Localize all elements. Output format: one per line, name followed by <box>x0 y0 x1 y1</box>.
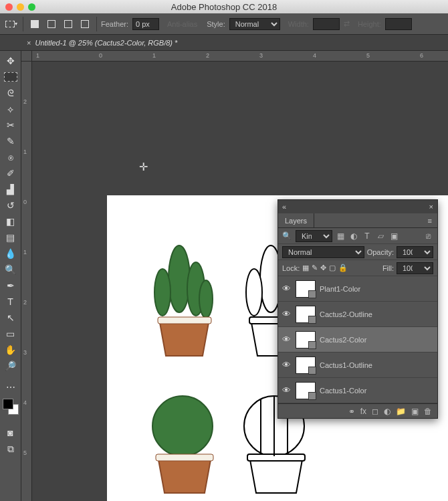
visibility-toggle[interactable]: 👁 <box>281 360 292 370</box>
gradient-tool[interactable]: ▤ <box>2 230 19 245</box>
layers-panel[interactable]: « × Layers ≡ 🔍 Kind ▦ ◐ T ▱ ▣ ⎚ Normal O… <box>277 199 438 419</box>
lock-all-icon[interactable]: 🔒 <box>338 264 348 272</box>
left-toolbar: ✥ ᘓ ⟡ ✂ ✎ ⍟ ✐ ▟ ↺ ◧ ▤ 💧 🔍 ✒ T ↖ ▭ ✋ 🔎 ⋯ … <box>0 51 21 501</box>
visibility-toggle[interactable]: 👁 <box>281 309 292 319</box>
svg-point-1 <box>154 269 171 316</box>
layer-thumbnail[interactable] <box>296 357 316 374</box>
opacity-select[interactable]: 100% <box>397 246 433 258</box>
panel-menu-icon[interactable]: ≡ <box>423 217 437 225</box>
eraser-tool[interactable]: ◧ <box>2 214 19 229</box>
clone-stamp-tool[interactable]: ▟ <box>2 182 19 197</box>
svg-rect-4 <box>158 317 211 324</box>
new-selection-icon[interactable] <box>27 17 42 31</box>
filter-kind-select[interactable]: Kind <box>296 230 332 242</box>
dodge-tool[interactable]: 🔍 <box>2 262 19 277</box>
lock-pixels-icon[interactable]: ✎ <box>312 264 318 272</box>
more-tools-icon[interactable]: ⋯ <box>2 380 19 395</box>
foreground-color[interactable] <box>3 399 13 409</box>
vertical-ruler: 2 1 0 1 2 3 4 5 6 <box>21 62 32 501</box>
document-tab[interactable]: Untitled-1 @ 25% (Cactus2-Color, RGB/8) … <box>35 39 177 47</box>
fill-label: Fill: <box>382 264 394 272</box>
layer-thumbnail[interactable] <box>296 331 316 348</box>
layer-thumbnail[interactable] <box>296 382 316 399</box>
quick-mask-icon[interactable]: ◙ <box>2 425 19 440</box>
fill-select[interactable]: 100% <box>397 262 433 274</box>
feather-label: Feather: <box>101 20 128 28</box>
width-input <box>313 18 340 30</box>
visibility-toggle[interactable]: 👁 <box>281 334 292 344</box>
brush-tool[interactable]: ✐ <box>2 166 19 181</box>
lock-label: Lock: <box>282 264 300 272</box>
layer-cactus1-color[interactable]: 👁 Cactus1-Color <box>278 378 437 403</box>
layer-cactus1-outline[interactable]: 👁 Cactus1-Outline <box>278 353 437 378</box>
layer-mask-icon[interactable]: ◻ <box>372 407 378 416</box>
panel-collapse-icon[interactable]: « <box>282 203 286 211</box>
lasso-tool[interactable]: ᘓ <box>2 86 19 100</box>
layer-cactus2-outline[interactable]: 👁 Cactus2-Outline <box>278 302 437 327</box>
layer-name: Cactus2-Outline <box>320 310 372 318</box>
marquee-tool-icon[interactable]: ▾ <box>4 17 19 31</box>
layer-name: Cactus1-Color <box>320 387 366 395</box>
pixel-filter-icon[interactable]: ▦ <box>335 231 346 241</box>
svg-point-10 <box>152 396 213 456</box>
layer-name: Cactus1-Outline <box>320 361 372 369</box>
tab-close-icon[interactable]: × <box>27 39 31 47</box>
titlebar: Adobe Photoshop CC 2018 <box>0 0 448 13</box>
layer-effects-icon[interactable]: fx <box>360 407 366 416</box>
smart-filter-icon[interactable]: ▣ <box>388 231 399 241</box>
shape-filter-icon[interactable]: ▱ <box>375 231 386 241</box>
lock-position-icon[interactable]: ✥ <box>320 264 326 272</box>
panel-close-icon[interactable]: × <box>429 203 433 211</box>
adjustment-filter-icon[interactable]: ◐ <box>348 231 359 241</box>
cactus1-color-art <box>139 383 219 501</box>
adjustment-layer-icon[interactable]: ◐ <box>384 407 390 416</box>
svg-point-0 <box>169 245 190 312</box>
layer-group-icon[interactable]: 📁 <box>396 407 406 416</box>
blend-mode-select[interactable]: Normal <box>282 246 364 258</box>
color-swatches[interactable] <box>3 399 19 415</box>
layer-plant1-color[interactable]: 👁 Plant1-Color <box>278 276 437 302</box>
quick-selection-tool[interactable]: ⟡ <box>2 102 19 116</box>
width-label: Width: <box>288 20 309 28</box>
svg-point-3 <box>199 280 213 318</box>
new-layer-icon[interactable]: ▣ <box>411 407 419 416</box>
history-brush-tool[interactable]: ↺ <box>2 198 19 213</box>
screen-mode-icon[interactable]: ⧉ <box>2 441 19 456</box>
link-layers-icon[interactable]: ⚭ <box>348 407 355 416</box>
layer-thumbnail[interactable] <box>296 280 316 298</box>
visibility-toggle[interactable]: 👁 <box>281 284 292 294</box>
visibility-toggle[interactable]: 👁 <box>281 385 292 395</box>
rectangle-tool[interactable]: ▭ <box>2 326 19 341</box>
layer-name: Cactus2-Color <box>320 336 366 344</box>
intersect-selection-icon[interactable] <box>78 17 92 31</box>
type-filter-icon[interactable]: T <box>362 231 372 241</box>
opacity-label: Opacity: <box>367 248 394 256</box>
style-select[interactable]: Normal <box>229 18 280 30</box>
lock-artboard-icon[interactable]: ▢ <box>329 264 336 272</box>
move-tool[interactable]: ✥ <box>2 54 19 68</box>
hand-tool[interactable]: ✋ <box>2 342 19 357</box>
add-selection-icon[interactable] <box>44 17 59 31</box>
blur-tool[interactable]: 💧 <box>2 246 19 261</box>
layer-thumbnail[interactable] <box>296 306 316 323</box>
pen-tool[interactable]: ✒ <box>2 278 19 293</box>
svg-rect-11 <box>156 454 213 461</box>
feather-input[interactable] <box>132 18 159 30</box>
svg-point-6 <box>246 269 262 316</box>
type-tool[interactable]: T <box>2 294 19 309</box>
delete-layer-icon[interactable]: 🗑 <box>424 407 432 416</box>
layer-cactus2-color[interactable]: 👁 Cactus2-Color <box>278 327 437 353</box>
subtract-selection-icon[interactable] <box>61 17 76 31</box>
spot-healing-tool[interactable]: ⍟ <box>2 150 19 165</box>
lock-transparent-icon[interactable]: ▦ <box>302 264 309 272</box>
zoom-tool[interactable]: 🔎 <box>2 359 19 373</box>
rectangular-marquee-tool[interactable] <box>4 72 17 82</box>
crop-tool[interactable]: ✂ <box>2 118 19 132</box>
eyedropper-tool[interactable]: ✎ <box>2 134 19 148</box>
layers-tab[interactable]: Layers <box>278 213 314 227</box>
height-label: Height: <box>358 20 381 28</box>
layers-footer: ⚭ fx ◻ ◐ 📁 ▣ 🗑 <box>278 403 437 418</box>
window-title: Adobe Photoshop CC 2018 <box>0 2 448 12</box>
filter-toggle-icon[interactable]: ⎚ <box>423 231 433 241</box>
path-selection-tool[interactable]: ↖ <box>2 310 19 325</box>
